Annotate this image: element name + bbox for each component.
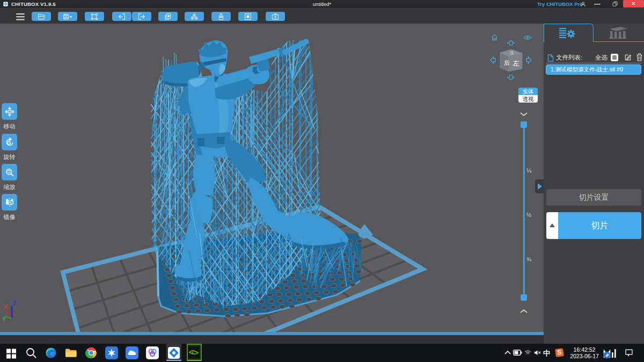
svg-text:Z: Z (13, 300, 16, 306)
svg-text:后: 后 (504, 60, 510, 66)
svg-text:左: 左 (513, 60, 519, 67)
svg-text:Y: Y (2, 316, 6, 321)
svg-text:X: X (4, 304, 8, 310)
